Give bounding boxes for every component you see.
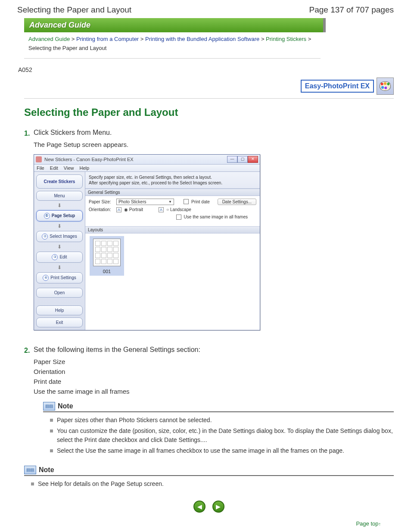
menubar: File Edit View Help bbox=[34, 165, 260, 172]
orientation-label: Orientation: bbox=[89, 207, 114, 212]
next-page-button[interactable]: ▶ bbox=[212, 501, 224, 513]
note-block: ▤▤ Note Paper sizes other than Photo Sti… bbox=[43, 402, 394, 455]
list-item: Orientation bbox=[34, 368, 394, 375]
sidebar-create-stickers[interactable]: Create Stickers bbox=[36, 174, 83, 189]
same-image-label: Use the same image in all frames bbox=[184, 215, 248, 219]
nav-arrows: ◀ ▶ bbox=[24, 501, 394, 513]
step-number: 2. bbox=[24, 346, 34, 459]
list-item: Select the Use the same image in all fra… bbox=[50, 446, 394, 455]
list-item: You can customize the date (position, si… bbox=[50, 426, 394, 445]
layouts-area: 001 bbox=[85, 233, 260, 330]
landscape-radio[interactable]: ○ Landscape bbox=[166, 207, 191, 212]
list-item: Use the same image in all frames bbox=[34, 388, 394, 395]
window-minimize-button[interactable]: — bbox=[227, 156, 237, 163]
paper-size-label: Paper Size: bbox=[89, 199, 114, 204]
print-date-checkbox[interactable] bbox=[184, 199, 189, 204]
layouts-header: Layouts bbox=[85, 226, 260, 233]
main-pane: Specify paper size, etc. in General Sett… bbox=[85, 172, 260, 330]
sidebar-step-select-images[interactable]: ② Select Images bbox=[36, 231, 83, 242]
general-settings: Paper Size: Photo Stickers ▼ Print date … bbox=[85, 196, 260, 226]
list-item: Paper sizes other than Photo Stickers ca… bbox=[50, 416, 394, 425]
sidebar-open-button[interactable]: Open bbox=[36, 288, 83, 298]
breadcrumb-link-3[interactable]: Printing with the Bundled Application So… bbox=[145, 36, 259, 42]
sidebar-menu-button[interactable]: Menu bbox=[36, 191, 83, 201]
logo-row: Easy-PhotoPrint EX bbox=[24, 78, 394, 99]
orientation-landscape-icon: A bbox=[159, 207, 164, 212]
breadcrumb: Advanced Guide > Printing from a Compute… bbox=[24, 33, 321, 59]
titlebar: New Stickers - Canon Easy-PhotoPrint EX … bbox=[34, 155, 260, 165]
list-item: Paper Size bbox=[34, 358, 394, 365]
layout-thumb-label: 001 bbox=[91, 269, 122, 274]
page-indicator: Page 137 of 707 pages bbox=[309, 5, 394, 15]
note-icon: ▤▤ bbox=[43, 402, 55, 411]
up-arrow-icon: ↑ bbox=[379, 521, 381, 526]
sidebar-step-label: Page Setup bbox=[52, 213, 75, 218]
sidebar-step-edit[interactable]: ③ Edit bbox=[36, 252, 83, 263]
list-item: Print date bbox=[34, 378, 394, 385]
menu-view[interactable]: View bbox=[64, 165, 74, 171]
sidebar: Create Stickers Menu ⬇ ① Page Setup ⬇ ② … bbox=[34, 172, 85, 330]
sidebar-help-button[interactable]: Help bbox=[36, 305, 83, 315]
page-top-link[interactable]: Page top↑ bbox=[24, 520, 394, 527]
orientation-portrait-icon: A bbox=[116, 207, 121, 212]
down-arrow-icon: ⬇ bbox=[36, 203, 83, 208]
step-circle-icon: ② bbox=[42, 233, 48, 240]
print-date-label: Print date bbox=[191, 199, 210, 204]
breadcrumb-link-1[interactable]: Advanced Guide bbox=[28, 36, 70, 42]
note-icon: ▤▤ bbox=[24, 466, 36, 474]
doc-code: A052 bbox=[18, 66, 394, 73]
down-arrow-icon: ⬇ bbox=[36, 244, 83, 249]
note-list: See Help for details on the Page Setup s… bbox=[24, 479, 394, 488]
step-title: Set the following items in the General S… bbox=[34, 346, 394, 354]
note-list: Paper sizes other than Photo Stickers ca… bbox=[43, 416, 394, 455]
note-title: Note bbox=[39, 466, 54, 474]
menu-file[interactable]: File bbox=[37, 165, 44, 171]
step-circle-icon: ① bbox=[44, 213, 50, 219]
window-maximize-button[interactable]: ▢ bbox=[237, 156, 248, 163]
general-settings-header: General Settings bbox=[85, 189, 260, 196]
step-circle-icon: ④ bbox=[43, 275, 49, 281]
window-close-button[interactable]: ✕ bbox=[248, 156, 258, 163]
down-arrow-icon: ⬇ bbox=[36, 265, 83, 270]
sidebar-step-print-settings[interactable]: ④ Print Settings bbox=[36, 272, 83, 283]
step-subtext: The Page Setup screen appears. bbox=[34, 141, 394, 148]
breadcrumb-sep: > bbox=[308, 36, 311, 42]
breadcrumb-sep: > bbox=[140, 36, 145, 42]
breadcrumb-current: Selecting the Paper and Layout bbox=[28, 45, 106, 51]
instruction-line-2: After specifying paper size, etc., proce… bbox=[89, 180, 256, 186]
main-heading: Selecting the Paper and Layout bbox=[24, 106, 394, 118]
paper-size-value: Photo Stickers bbox=[118, 199, 146, 204]
guide-banner: Advanced Guide bbox=[24, 18, 326, 32]
breadcrumb-sep: > bbox=[72, 36, 76, 42]
step-2: 2. Set the following items in the Genera… bbox=[24, 346, 394, 459]
chevron-down-icon: ▼ bbox=[168, 200, 172, 204]
note-block: ▤▤ Note See Help for details on the Page… bbox=[24, 466, 394, 488]
portrait-radio[interactable]: ◉ Portrait bbox=[124, 207, 143, 212]
sidebar-step-label: Print Settings bbox=[50, 275, 76, 280]
down-arrow-icon: ⬇ bbox=[36, 224, 83, 229]
breadcrumb-link-4[interactable]: Printing Stickers bbox=[266, 36, 306, 42]
prev-page-button[interactable]: ◀ bbox=[193, 501, 206, 513]
layout-thumbnail[interactable]: 001 bbox=[90, 236, 124, 276]
instruction-line-1: Specify paper size, etc. in General Sett… bbox=[89, 174, 256, 180]
product-logo-text: Easy-PhotoPrint EX bbox=[301, 80, 374, 93]
list-item: See Help for details on the Page Setup s… bbox=[31, 479, 394, 488]
instructions: Specify paper size, etc. in General Sett… bbox=[85, 172, 260, 189]
step-1: 1. Click Stickers from Menu. The Page Se… bbox=[24, 129, 394, 341]
product-logo-icon bbox=[377, 78, 394, 95]
palette-icon bbox=[380, 81, 391, 91]
date-settings-button[interactable]: Date Settings... bbox=[218, 199, 256, 205]
menu-help[interactable]: Help bbox=[80, 165, 90, 171]
paper-size-dropdown[interactable]: Photo Stickers ▼ bbox=[116, 199, 174, 205]
settings-item-list: Paper Size Orientation Print date Use th… bbox=[34, 358, 394, 395]
sidebar-exit-button[interactable]: Exit bbox=[36, 317, 83, 327]
breadcrumb-link-2[interactable]: Printing from a Computer bbox=[76, 36, 139, 42]
menu-edit[interactable]: Edit bbox=[50, 165, 58, 171]
layout-grid-icon bbox=[93, 239, 121, 266]
step-circle-icon: ③ bbox=[52, 254, 58, 260]
same-image-checkbox[interactable] bbox=[176, 215, 181, 220]
sidebar-step-label: Edit bbox=[59, 255, 67, 259]
sidebar-step-page-setup[interactable]: ① Page Setup bbox=[36, 210, 83, 221]
step-title: Click Stickers from Menu. bbox=[34, 129, 394, 137]
window-title: New Stickers - Canon Easy-PhotoPrint EX bbox=[44, 157, 134, 162]
